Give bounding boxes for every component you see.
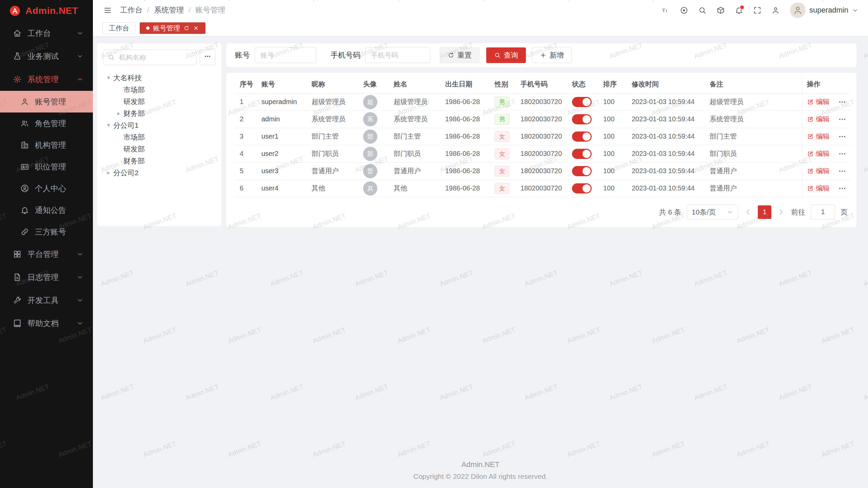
hamburger-icon[interactable] [102, 5, 113, 15]
sidebar-item-notice-announcement[interactable]: 通知公告 [0, 199, 93, 221]
edit-button[interactable]: 编辑 [807, 184, 830, 193]
cell-modified: 2023-01-03 10:59:44 [627, 180, 705, 197]
column-header-8: 状态 [567, 76, 598, 93]
sidebar-item-label: 职位管理 [35, 162, 66, 172]
search-icon [107, 54, 115, 61]
user-menu[interactable]: superadmin [790, 2, 859, 18]
row-more-button[interactable] [838, 167, 846, 175]
sidebar-item-label: 帮助文档 [27, 318, 59, 329]
sidebar-item-log-management[interactable]: 日志管理 [0, 266, 93, 289]
goto-page-input[interactable] [811, 205, 835, 220]
phone-input[interactable] [365, 47, 430, 63]
edit-button[interactable]: 编辑 [807, 149, 830, 158]
sidebar-item-business-test[interactable]: 业务测试 [0, 45, 93, 68]
sidebar-item-account-management[interactable]: 账号管理 [0, 91, 93, 113]
tree-node-1[interactable]: 市场部 [103, 84, 215, 96]
cell-modified: 2023-01-03 10:59:44 [627, 162, 705, 180]
package-icon[interactable] [715, 5, 726, 15]
page-size-select[interactable]: 10条/页 [687, 205, 738, 220]
tree-node-2[interactable]: 研发部 [103, 96, 215, 107]
page-number-button[interactable]: 1 [758, 205, 771, 219]
edit-button[interactable]: 编辑 [807, 97, 830, 106]
status-toggle[interactable] [572, 149, 592, 159]
status-toggle[interactable] [572, 97, 592, 107]
breadcrumb: 工作台/系统管理/账号管理 [120, 5, 225, 15]
logo-title: Admin.NET [25, 5, 78, 16]
search-icon [494, 52, 501, 59]
prev-page-button[interactable] [744, 208, 752, 217]
row-more-button[interactable] [838, 98, 846, 106]
tree-node-7[interactable]: 财务部 [103, 155, 215, 167]
row-avatar: 普 [363, 164, 377, 178]
edit-button[interactable]: 编辑 [807, 132, 830, 141]
sidebar-item-role-management[interactable]: 角色管理 [0, 113, 93, 134]
tree-node-6[interactable]: 研发部 [103, 143, 215, 155]
edit-button[interactable]: 编辑 [807, 166, 830, 176]
cell-birth: 1986-06-28 [440, 162, 490, 180]
toggle-knob [583, 184, 591, 192]
sidebar-item-org-management[interactable]: 机构管理 [0, 134, 93, 156]
row-more-button[interactable] [838, 150, 846, 158]
refresh-icon [448, 52, 454, 59]
cell-name: 普通用户 [389, 162, 440, 180]
cell-remark: 部门主管 [705, 128, 802, 145]
next-page-button[interactable] [777, 208, 786, 217]
status-toggle[interactable] [572, 166, 592, 176]
tree-node-3[interactable]: ▸ 财务部 [103, 107, 215, 119]
add-button[interactable]: 新增 [532, 47, 572, 63]
breadcrumb-item[interactable]: 工作台 [120, 5, 142, 15]
table-row: 6 user4 其他 其 其他 1986-06-28 女 18020030720… [235, 180, 850, 197]
sidebar-item-dev-tools[interactable]: 开发工具 [0, 289, 93, 312]
tab-label: 工作台 [109, 24, 129, 33]
tab-account-management[interactable]: 账号管理 [140, 22, 205, 34]
status-toggle[interactable] [572, 131, 592, 142]
org-tree: ▾ 大名科技 市场部 研发部 ▸ 财务部 ▾ 分公司1 市场部 研发部 财务部 [103, 72, 215, 179]
cell-phone: 18020030720 [516, 128, 567, 145]
search-icon[interactable] [697, 5, 707, 15]
tree-more-button[interactable]: ... [200, 49, 215, 65]
theme-icon[interactable] [679, 5, 689, 15]
sidebar-item-third-party-account[interactable]: 三方账号 [0, 221, 93, 243]
sidebar-item-system-management[interactable]: 系统管理 [0, 68, 93, 91]
fullscreen-icon[interactable] [752, 5, 762, 15]
breadcrumb-item[interactable]: 系统管理 [154, 5, 184, 15]
sidebar-item-platform-management[interactable]: 平台管理 [0, 243, 93, 266]
chevron-down-icon [77, 251, 83, 258]
status-toggle[interactable] [572, 183, 592, 194]
sidebar-item-label: 系统管理 [27, 74, 59, 85]
cell-nickname: 普通用户 [307, 162, 358, 180]
org-search-input[interactable] [103, 49, 196, 65]
row-avatar: 其 [363, 181, 377, 196]
tree-node-4[interactable]: ▾ 分公司1 [103, 119, 215, 131]
query-button[interactable]: 查询 [486, 47, 526, 63]
tree-node-5[interactable]: 市场部 [103, 131, 215, 143]
bell-icon[interactable] [734, 5, 744, 15]
row-more-button[interactable] [838, 115, 846, 123]
logo[interactable]: Admin.NET [0, 0, 93, 22]
row-more-button[interactable] [838, 133, 846, 141]
table-header-row: 序号账号昵称头像姓名出生日期性别手机号码状态排序修改时间备注操作 [235, 76, 850, 93]
query-label: 查询 [504, 50, 518, 60]
reset-button[interactable]: 重置 [440, 47, 479, 63]
sidebar-item-position-management[interactable]: 职位管理 [0, 156, 93, 178]
sidebar-item-workbench[interactable]: 工作台 [0, 22, 93, 45]
user-icon[interactable] [770, 5, 781, 15]
close-tab-icon[interactable] [193, 25, 199, 31]
column-header-3: 头像 [358, 76, 389, 93]
sidebar-item-help-docs[interactable]: 帮助文档 [0, 312, 93, 335]
users-icon [20, 119, 29, 128]
toggle-knob [583, 133, 591, 141]
tab-workbench[interactable]: 工作台 [102, 22, 136, 34]
tree-node-8[interactable]: ▸ 分公司2 [103, 167, 215, 179]
sidebar-item-personal-center[interactable]: 个人中心 [0, 178, 93, 199]
tree-node-0[interactable]: ▾ 大名科技 [103, 72, 215, 84]
font-size-icon[interactable]: Tt [660, 5, 671, 15]
breadcrumb-item[interactable]: 账号管理 [195, 5, 225, 15]
sidebar-item-label: 角色管理 [35, 118, 66, 129]
edit-button[interactable]: 编辑 [807, 115, 830, 124]
status-toggle[interactable] [572, 114, 592, 124]
refresh-tab-icon[interactable] [183, 25, 190, 31]
sidebar-item-label: 平台管理 [27, 249, 59, 260]
account-input[interactable] [255, 47, 316, 63]
row-more-button[interactable] [838, 184, 846, 192]
